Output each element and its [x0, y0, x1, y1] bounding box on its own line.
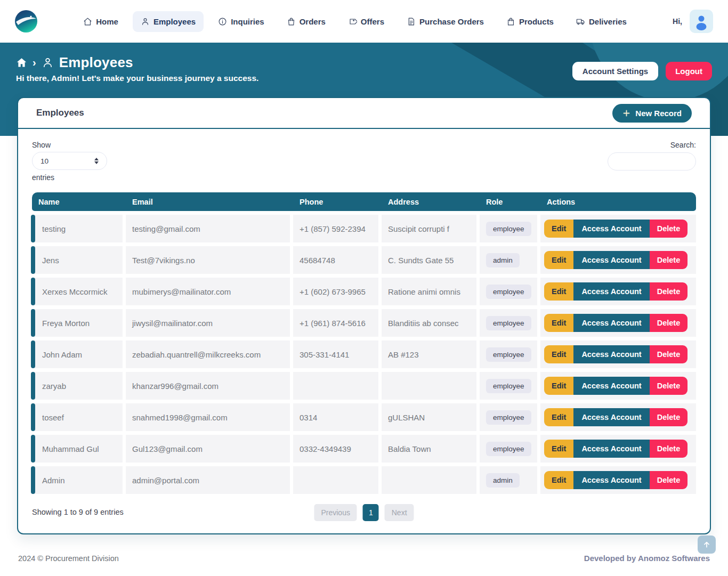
- cell-address: [382, 466, 476, 494]
- nav-item-home[interactable]: Home: [75, 11, 126, 32]
- select-arrows-icon: [94, 158, 99, 164]
- page-size-select[interactable]: 10: [32, 152, 107, 170]
- table-row: toseef snahmed1998@gmail.com 0314 gULSHA…: [32, 403, 696, 431]
- edit-button[interactable]: Edit: [544, 345, 573, 363]
- logo-swoosh-icon: [15, 10, 37, 33]
- column-header-phone: Phone: [293, 198, 378, 206]
- delete-button[interactable]: Delete: [650, 408, 688, 426]
- breadcrumb-home-icon[interactable]: [16, 57, 27, 68]
- access-account-button[interactable]: Access Account: [573, 471, 649, 489]
- person-icon: [141, 17, 150, 26]
- pagination: Previous 1 Next: [314, 504, 414, 521]
- delete-button[interactable]: Delete: [650, 282, 688, 301]
- previous-page-button[interactable]: Previous: [314, 504, 357, 521]
- page-size-value: 10: [41, 157, 48, 165]
- search-group: Search:: [608, 141, 696, 171]
- cell-name: Muhammad Gul: [32, 435, 123, 463]
- edit-button[interactable]: Edit: [544, 471, 573, 489]
- nav-item-orders[interactable]: Orders: [279, 11, 334, 32]
- cell-address: Suscipit corrupti f: [382, 215, 476, 242]
- column-header-role: Role: [480, 198, 537, 206]
- nav-item-label: Deliveries: [589, 17, 627, 26]
- cell-address: Blanditiis ab consec: [382, 309, 476, 337]
- nav-item-label: Orders: [300, 17, 326, 26]
- user-avatar[interactable]: [690, 10, 713, 33]
- edit-button[interactable]: Edit: [544, 314, 573, 332]
- cell-address: [382, 372, 476, 400]
- access-account-button[interactable]: Access Account: [573, 345, 649, 363]
- delete-button[interactable]: Delete: [650, 440, 688, 458]
- table-body: testing testing@gmail.com +1 (857) 592-2…: [32, 215, 696, 494]
- access-account-button[interactable]: Access Account: [573, 408, 649, 426]
- nav-item-employees[interactable]: Employees: [133, 11, 204, 32]
- top-navbar: Home Employees Inquiries Orders Offers P…: [0, 0, 728, 43]
- cell-email: snahmed1998@gmail.com: [126, 403, 290, 431]
- account-settings-button[interactable]: Account Settings: [572, 62, 658, 80]
- nav-item-label: Offers: [361, 17, 384, 26]
- cell-phone: +1 (602) 673-9965: [293, 278, 378, 305]
- table-row: John Adam zebadiah.quantrell@milkcreeks.…: [32, 340, 696, 368]
- cell-name: testing: [32, 215, 123, 242]
- edit-button[interactable]: Edit: [544, 440, 573, 458]
- access-account-button[interactable]: Access Account: [573, 377, 649, 395]
- breadcrumb-chevron-icon: ›: [33, 57, 36, 68]
- new-record-button[interactable]: New Record: [612, 104, 692, 123]
- page-title: Employees: [59, 54, 133, 71]
- bag-icon: [506, 17, 515, 26]
- cell-email: Gul123@gmail.com: [126, 435, 290, 463]
- role-badge: employee: [486, 442, 531, 456]
- document-icon: [407, 17, 416, 26]
- home-icon: [83, 17, 92, 26]
- logout-button[interactable]: Logout: [666, 62, 712, 80]
- hero-actions: Account Settings Logout: [572, 62, 712, 80]
- nav-item-inquiries[interactable]: Inquiries: [210, 11, 272, 32]
- nav-item-deliveries[interactable]: Deliveries: [568, 11, 635, 32]
- scroll-to-top-button[interactable]: [698, 536, 716, 554]
- access-account-button[interactable]: Access Account: [573, 440, 649, 458]
- card-body: Show 10 entries Search: Name Email: [18, 129, 710, 522]
- cell-role: employee: [480, 372, 537, 400]
- edit-button[interactable]: Edit: [544, 408, 573, 426]
- search-input[interactable]: [608, 152, 696, 171]
- cell-role: employee: [480, 309, 537, 337]
- cell-address: Ratione animi omnis: [382, 278, 476, 305]
- delete-button[interactable]: Delete: [650, 314, 688, 332]
- current-page-button[interactable]: 1: [363, 504, 379, 521]
- next-page-button[interactable]: Next: [385, 504, 414, 521]
- developer-credit-text: Developed by Anomoz Softwares: [584, 554, 710, 563]
- access-account-button[interactable]: Access Account: [573, 220, 649, 238]
- edit-button[interactable]: Edit: [544, 282, 573, 301]
- cell-name: Jens: [32, 246, 123, 274]
- nav-item-products[interactable]: Products: [498, 11, 562, 32]
- nav-menu: Home Employees Inquiries Orders Offers P…: [75, 11, 635, 32]
- nav-item-offers[interactable]: Offers: [340, 11, 392, 32]
- nav-item-purchase-orders[interactable]: Purchase Orders: [399, 11, 492, 32]
- delete-button[interactable]: Delete: [650, 220, 688, 238]
- edit-button[interactable]: Edit: [544, 377, 573, 395]
- page: Home Employees Inquiries Orders Offers P…: [0, 0, 728, 576]
- access-account-button[interactable]: Access Account: [573, 251, 649, 269]
- cell-address: gULSHAN: [382, 403, 476, 431]
- edit-button[interactable]: Edit: [544, 251, 573, 269]
- delete-button[interactable]: Delete: [650, 251, 688, 269]
- employees-card: Employees New Record Show 10 entries Sea: [17, 97, 711, 534]
- card-header: Employees New Record: [18, 98, 710, 129]
- cell-role: employee: [480, 403, 537, 431]
- delete-button[interactable]: Delete: [650, 377, 688, 395]
- table-row: Admin admin@portal.com admin Edit Access…: [32, 466, 696, 494]
- edit-button[interactable]: Edit: [544, 220, 573, 238]
- table-row: testing testing@gmail.com +1 (857) 592-2…: [32, 215, 696, 242]
- access-account-button[interactable]: Access Account: [573, 314, 649, 332]
- delete-button[interactable]: Delete: [650, 345, 688, 363]
- cell-email: Test@7vikings.no: [126, 246, 290, 274]
- cell-role: admin: [480, 466, 537, 494]
- cell-address: C. Sundts Gate 55: [382, 246, 476, 274]
- table-row: Freya Morton jiwysil@mailinator.com +1 (…: [32, 309, 696, 337]
- cell-phone: 0314: [293, 403, 378, 431]
- brand-logo[interactable]: [15, 10, 37, 33]
- search-label: Search:: [670, 141, 696, 149]
- cell-phone: +1 (961) 874-5616: [293, 309, 378, 337]
- plus-icon: [622, 109, 630, 117]
- access-account-button[interactable]: Access Account: [573, 282, 649, 301]
- delete-button[interactable]: Delete: [650, 471, 688, 489]
